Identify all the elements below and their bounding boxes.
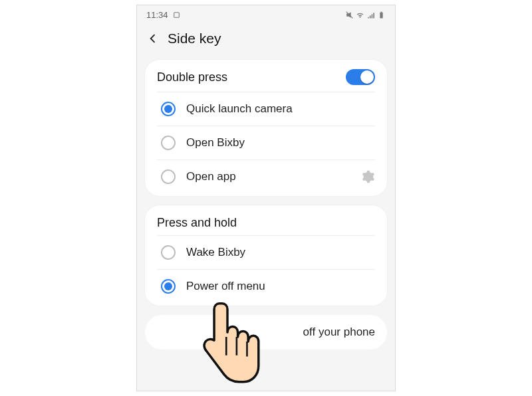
- double-press-card: Double press Quick launch camera Open Bi…: [145, 60, 387, 196]
- battery-icon: [377, 11, 386, 19]
- radio-icon: [161, 245, 176, 260]
- page-header: Side key: [137, 24, 395, 56]
- phone-frame: 11:34 Side key Double pr: [136, 5, 396, 391]
- option-label: Open app: [186, 170, 350, 183]
- screenshot-icon: [172, 11, 181, 19]
- double-press-toggle[interactable]: [346, 69, 375, 85]
- svg-rect-2: [380, 12, 382, 18]
- option-quick-launch-camera[interactable]: Quick launch camera: [157, 92, 375, 126]
- svg-rect-3: [380, 11, 382, 12]
- status-bar: 11:34: [137, 5, 395, 24]
- radio-icon: [161, 169, 176, 184]
- option-label: Wake Bixby: [186, 246, 375, 259]
- option-label: Open Bixby: [186, 136, 375, 149]
- option-label: Power off menu: [186, 280, 375, 293]
- press-hold-card: Press and hold Wake Bixby Power off menu: [145, 205, 387, 306]
- radio-icon: [161, 136, 176, 150]
- option-wake-bixby[interactable]: Wake Bixby: [157, 235, 375, 269]
- option-open-bixby[interactable]: Open Bixby: [157, 126, 375, 159]
- option-open-app[interactable]: Open app: [157, 159, 375, 193]
- back-icon[interactable]: [146, 32, 160, 45]
- wifi-icon: [356, 11, 364, 19]
- radio-icon: [161, 279, 176, 294]
- tip-card[interactable]: off your phone: [145, 315, 387, 349]
- tip-text: off your phone: [182, 326, 375, 339]
- mute-icon: [345, 11, 354, 19]
- double-press-title: Double press: [157, 70, 227, 84]
- page-title: Side key: [168, 31, 221, 47]
- svg-rect-0: [174, 12, 179, 17]
- gear-icon[interactable]: [360, 169, 375, 184]
- option-power-off-menu[interactable]: Power off menu: [157, 269, 375, 303]
- status-time: 11:34: [146, 10, 168, 20]
- signal-icon: [366, 11, 375, 19]
- radio-icon: [161, 102, 176, 116]
- option-label: Quick launch camera: [186, 102, 375, 116]
- press-hold-title: Press and hold: [157, 216, 237, 230]
